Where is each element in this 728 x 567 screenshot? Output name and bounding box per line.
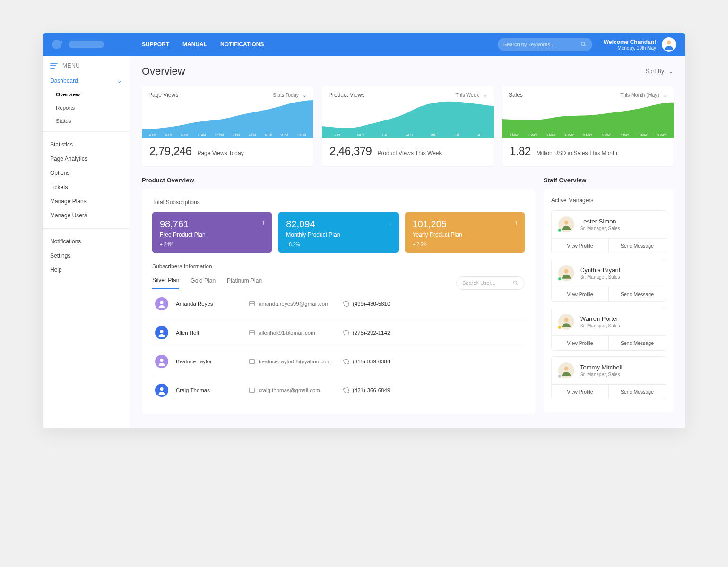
header-date: Monday, 10th May bbox=[604, 45, 656, 51]
subscriber-name: Allen Holt bbox=[176, 330, 249, 335]
staff-name: Warren Porter bbox=[580, 315, 620, 322]
subscriber-avatar bbox=[155, 326, 168, 339]
status-indicator-icon bbox=[558, 326, 562, 329]
stat-value: 2,79,246 bbox=[149, 145, 191, 158]
sidebar-item-help[interactable]: Help bbox=[43, 263, 130, 277]
send-message-button[interactable]: Send Message bbox=[609, 239, 666, 253]
subscriber-row[interactable]: Craig Thomas craig.thomas@gmail.com (421… bbox=[152, 376, 525, 404]
nav-manual[interactable]: MANUAL bbox=[182, 41, 207, 48]
card-range-dropdown[interactable]: This Month (May)⌄ bbox=[620, 92, 667, 98]
card-title: Sales bbox=[509, 92, 523, 98]
plan-card-yearly[interactable]: 101,205 Yearly Product Plan + 2.6% ↑ bbox=[405, 212, 525, 253]
tab-silver[interactable]: Silver Plan bbox=[152, 277, 179, 289]
user-avatar[interactable] bbox=[662, 37, 676, 52]
view-profile-button[interactable]: View Profile bbox=[552, 385, 609, 399]
subscriber-email: amanda.reyes99@gmail.com bbox=[259, 301, 329, 307]
mail-icon bbox=[249, 359, 255, 364]
sidebar-item-dashboard[interactable]: Dashboard ⌄ bbox=[43, 74, 130, 88]
menu-icon[interactable] bbox=[50, 63, 58, 69]
stat-label: Page Views Today bbox=[197, 150, 243, 156]
nav-notifications[interactable]: NOTIFICATIONS bbox=[220, 41, 264, 48]
arrow-up-icon: ↑ bbox=[262, 219, 265, 226]
phone-icon bbox=[343, 387, 349, 393]
section-product-overview: Product Overview bbox=[142, 177, 535, 184]
sort-dropdown[interactable]: Sort By ⌄ bbox=[646, 68, 674, 75]
mail-icon bbox=[249, 301, 255, 306]
send-message-button[interactable]: Send Message bbox=[609, 287, 666, 301]
global-search-input[interactable]: Search by keywords... bbox=[498, 38, 592, 51]
subscriber-avatar bbox=[155, 355, 168, 368]
subscriber-name: Amanda Reyes bbox=[176, 301, 249, 307]
svg-point-2 bbox=[667, 41, 671, 45]
send-message-button[interactable]: Send Message bbox=[609, 336, 666, 350]
svg-point-3 bbox=[514, 281, 517, 284]
staff-role: Sr. Manager, Sales bbox=[580, 275, 620, 280]
phone-icon bbox=[343, 358, 349, 364]
stat-value: 2,46,379 bbox=[329, 145, 372, 158]
status-indicator-icon bbox=[558, 374, 562, 378]
tab-gold[interactable]: Gold Plan bbox=[191, 277, 216, 289]
welcome-text: Welcome Chandan! bbox=[604, 39, 656, 45]
logo-icon bbox=[52, 40, 61, 49]
staff-name: Cynthia Bryant bbox=[580, 266, 620, 274]
card-range-dropdown[interactable]: Stats Today⌄ bbox=[273, 92, 307, 98]
svg-point-11 bbox=[564, 318, 568, 322]
subscriber-name: Craig Thomas bbox=[176, 387, 249, 393]
send-message-button[interactable]: Send Message bbox=[609, 385, 666, 399]
view-profile-button[interactable]: View Profile bbox=[552, 336, 609, 350]
stat-label: Product Views This Week bbox=[377, 150, 442, 156]
svg-point-7 bbox=[160, 359, 164, 362]
staff-name: Tommy Mitchell bbox=[580, 364, 623, 371]
sidebar-item-status[interactable]: Status bbox=[56, 114, 130, 128]
sidebar-item-overview[interactable]: Overview bbox=[56, 88, 130, 101]
chart-product-views: SUNMONTUEWEDTHUFRISAT bbox=[322, 100, 494, 138]
sidebar-item-notifications[interactable]: Notifications bbox=[43, 234, 130, 249]
staff-card: Tommy Mitchell Sr. Manager, Sales View P… bbox=[551, 356, 666, 399]
chevron-down-icon: ⌄ bbox=[483, 92, 487, 98]
arrow-down-icon: ↓ bbox=[389, 219, 392, 226]
card-range-dropdown[interactable]: This Week⌄ bbox=[456, 92, 487, 98]
sidebar-item-options[interactable]: Options bbox=[43, 166, 130, 180]
sidebar-item-tickets[interactable]: Tickets bbox=[43, 180, 130, 194]
svg-point-5 bbox=[160, 301, 164, 304]
chevron-down-icon: ⌄ bbox=[669, 68, 674, 75]
page-title: Overview bbox=[142, 65, 185, 77]
tab-platinum[interactable]: Platinum Plan bbox=[227, 277, 262, 289]
sidebar-item-manage-users[interactable]: Manage Users bbox=[43, 208, 130, 223]
plan-card-monthly[interactable]: 82,094 Monthly Product Plan - 8.2% ↓ bbox=[278, 212, 398, 253]
search-placeholder: Search by keywords... bbox=[503, 42, 581, 47]
subscriber-row[interactable]: Amanda Reyes amanda.reyes99@gmail.com (4… bbox=[152, 290, 525, 318]
subscriber-avatar bbox=[155, 384, 168, 397]
chevron-down-icon: ⌄ bbox=[303, 92, 307, 98]
sidebar-item-manage-plans[interactable]: Manage Plans bbox=[43, 194, 130, 208]
card-title: Product Views bbox=[329, 92, 364, 98]
svg-point-0 bbox=[581, 42, 585, 45]
plan-card-free[interactable]: 98,761 Free Product Plan + 24% ↑ bbox=[152, 212, 272, 253]
phone-icon bbox=[343, 329, 349, 335]
mail-icon bbox=[249, 388, 255, 393]
subscriber-phone: (275)-292-1142 bbox=[353, 330, 390, 335]
brand-placeholder bbox=[69, 41, 104, 48]
svg-point-9 bbox=[564, 221, 568, 225]
section-staff-overview: Staff Overview bbox=[544, 177, 674, 184]
arrow-up-icon: ↑ bbox=[515, 219, 518, 226]
staff-role: Sr. Manager, Sales bbox=[580, 226, 620, 231]
sidebar-item-reports[interactable]: Reports bbox=[56, 101, 130, 114]
nav-support[interactable]: SUPPORT bbox=[142, 41, 169, 48]
sidebar-item-page-analytics[interactable]: Page Analytics bbox=[43, 152, 130, 166]
search-user-input[interactable]: Search User... bbox=[456, 276, 525, 290]
sidebar-item-settings[interactable]: Settings bbox=[43, 249, 130, 263]
subscriber-row[interactable]: Beatrice Taylor beatrice.taylor58@yahoo.… bbox=[152, 347, 525, 376]
card-sales: Sales This Month (May)⌄ 1 MAY2 MAY3 MAY4… bbox=[502, 86, 674, 166]
stat-label: Million USD in Sales This Month bbox=[537, 150, 617, 156]
staff-role: Sr. Manager, Sales bbox=[580, 323, 620, 328]
view-profile-button[interactable]: View Profile bbox=[552, 287, 609, 301]
view-profile-button[interactable]: View Profile bbox=[552, 239, 609, 253]
subscriber-avatar bbox=[155, 297, 168, 310]
subscriber-name: Beatrice Taylor bbox=[176, 359, 249, 364]
status-indicator-icon bbox=[558, 277, 562, 281]
subscriber-email: beatrice.taylor58@yahoo.com bbox=[259, 359, 331, 364]
card-product-views: Product Views This Week⌄ SUNMONTUEWEDTHU… bbox=[322, 86, 494, 166]
subscriber-row[interactable]: Allen Holt allenholt91@gmail.com (275)-2… bbox=[152, 318, 525, 347]
sidebar-item-statistics[interactable]: Statistics bbox=[43, 137, 130, 152]
